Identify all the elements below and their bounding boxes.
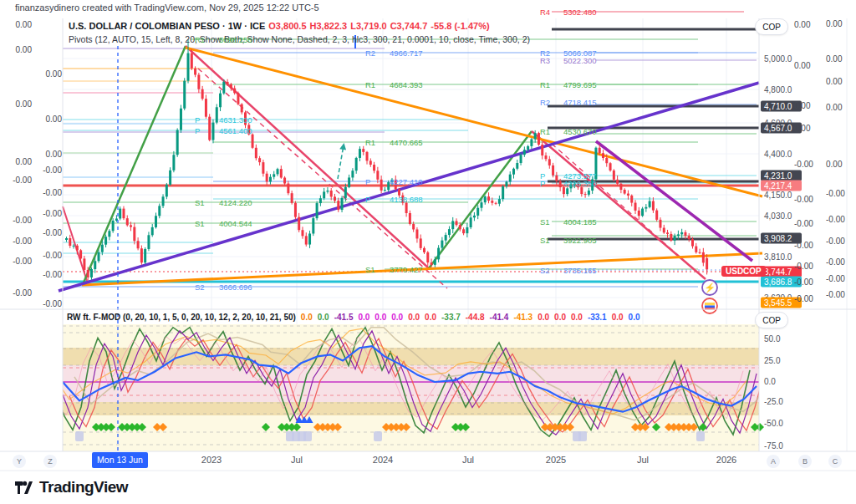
oscillator-tick: -75.0 bbox=[764, 441, 783, 451]
price-scale-currency-button[interactable]: COP bbox=[755, 18, 788, 35]
oscillator-tick: 0.0 bbox=[764, 377, 776, 386]
pivot-label: P bbox=[365, 195, 370, 204]
zero-scale-label: -0.00 bbox=[794, 219, 813, 228]
pivot-value: 3770.427 bbox=[390, 265, 423, 274]
price-tick: 4,800.0 bbox=[764, 85, 792, 94]
oscillator-value: -44.8 bbox=[466, 313, 485, 322]
zero-scale-label: -0.00 bbox=[794, 294, 813, 303]
zero-scale-label: -0.00 bbox=[794, 262, 813, 271]
zero-scale-label: -0.00 bbox=[794, 195, 813, 204]
time-axis-button-z[interactable]: Z bbox=[43, 455, 57, 468]
oscillator-scale-currency-button[interactable]: COP bbox=[755, 312, 788, 328]
pivot-value: 4004.185 bbox=[563, 217, 597, 227]
oscillator-tick: 50.0 bbox=[764, 334, 780, 344]
zero-scale-label: 0.00 bbox=[826, 77, 842, 86]
pivot-label: S1 bbox=[195, 219, 205, 228]
pivot-value: 5098.256 bbox=[219, 35, 252, 44]
time-axis-label: 2023 bbox=[201, 455, 222, 465]
time-axis-label: Jul bbox=[637, 455, 649, 465]
price-tick: 4,030.0 bbox=[764, 211, 792, 221]
pivot-value: 4226.350 bbox=[563, 179, 597, 188]
pivot-label: S1 bbox=[195, 198, 205, 207]
pivot-value: 3666.696 bbox=[219, 283, 252, 292]
chart-canvas[interactable]: ⚡ bbox=[0, 0, 856, 504]
oscillator-value: 0.0 bbox=[612, 313, 624, 322]
pivot-value: 4227.410 bbox=[390, 177, 423, 186]
pivot-label: P bbox=[365, 177, 370, 186]
pivot-label: R1 bbox=[540, 127, 550, 136]
pivot-value: 5302.480 bbox=[563, 8, 597, 17]
pivot-label: R1 bbox=[195, 35, 205, 44]
time-axis-button-y[interactable]: Y bbox=[13, 455, 26, 468]
zero-scale-label: 0.00 bbox=[826, 160, 842, 169]
oscillator-value: 0.0 bbox=[554, 313, 566, 322]
oscillator-legend[interactable]: RW ft. F-MOD (0, 20, 10, 1, 5, 0, 20, 10… bbox=[67, 313, 640, 322]
zero-scale-label: -0.00 bbox=[826, 274, 845, 283]
pivot-label: P bbox=[195, 115, 200, 125]
zero-scale-label: -0.00 bbox=[826, 257, 845, 267]
zero-scale-label: -0.00 bbox=[794, 277, 813, 287]
zero-scale-label: 0.00 bbox=[826, 19, 842, 28]
oscillator-value: 0.0 bbox=[318, 313, 329, 322]
zero-scale-label: -0.00 bbox=[794, 160, 813, 169]
time-axis-label: 2026 bbox=[716, 455, 736, 465]
pivot-label: S1 bbox=[540, 236, 550, 245]
pivot-value: 5022.300 bbox=[563, 56, 597, 65]
time-axis-button-c[interactable]: C bbox=[828, 455, 842, 468]
symbol-price-tag: USDCOP bbox=[721, 266, 766, 277]
time-axis-button-a[interactable]: A bbox=[767, 455, 780, 468]
pivot-label: R1 bbox=[365, 138, 375, 147]
zero-scale-label: -0.00 bbox=[794, 241, 813, 250]
oscillator-title: RW ft. F-MOD (0, 20, 10, 1, 5, 0, 20, 10… bbox=[67, 313, 296, 322]
zero-scale-label: 0.00 bbox=[794, 124, 810, 133]
oscillator-tick: -25.0 bbox=[764, 397, 783, 406]
pivots-indicator-settings[interactable]: Pivots (12, AUTO, 15, Left, 8, 20, Show … bbox=[69, 34, 530, 44]
price-tick: 3,810.0 bbox=[764, 252, 792, 262]
oscillator-value: 0.0 bbox=[358, 313, 369, 322]
symbol-title: U.S. DOLLAR / COLOMBIAN PESO · 1W · ICE bbox=[69, 21, 265, 31]
oscillator-value: 0.0 bbox=[374, 313, 386, 322]
zero-scale-label: -0.00 bbox=[32, 251, 62, 260]
zero-scale-label: -0.00 bbox=[32, 209, 62, 218]
zero-scale-label: -0.00 bbox=[826, 290, 845, 299]
svg-text:⚡: ⚡ bbox=[704, 282, 716, 293]
time-axis-label: 2024 bbox=[373, 455, 393, 465]
pivot-value: 4631.300 bbox=[219, 115, 252, 125]
zero-scale-label: -0.00 bbox=[32, 228, 62, 237]
pivot-value: 4799.695 bbox=[563, 80, 597, 89]
oscillator-value: 0.0 bbox=[629, 313, 640, 322]
zero-scale-label: -0.00 bbox=[826, 215, 845, 224]
time-axis-label: Jul bbox=[291, 455, 303, 465]
pivot-value: 4561.400 bbox=[219, 126, 252, 135]
pivot-label: P bbox=[195, 126, 200, 135]
zero-scale-label: -0.00 bbox=[826, 189, 845, 198]
pivot-label: R1 bbox=[365, 80, 375, 89]
oscillator-value: 0.0 bbox=[391, 313, 403, 322]
time-axis-label: Jul bbox=[462, 455, 474, 465]
oscillator-value: -41.4 bbox=[490, 313, 509, 322]
tradingview-logo[interactable]: TradingView bbox=[13, 477, 128, 497]
pivot-label: S1 bbox=[540, 217, 550, 227]
zero-scale-label: 0.00 bbox=[826, 103, 842, 112]
price-tick: 5,000.0 bbox=[764, 54, 792, 64]
time-axis-label: 2025 bbox=[546, 455, 566, 465]
zero-scale-label: -0.00 bbox=[826, 237, 845, 246]
ohlc-token: L3,719.0 bbox=[350, 21, 386, 31]
time-axis-button-b[interactable]: B bbox=[798, 455, 812, 468]
oscillator-value: 0.0 bbox=[408, 313, 420, 322]
ohlc-token: O3,800.5 bbox=[268, 21, 306, 31]
zero-scale-label: -0.00 bbox=[2, 288, 32, 298]
change-value: -55.8 (-1.47%) bbox=[431, 21, 489, 31]
symbol-legend[interactable]: U.S. DOLLAR / COLOMBIAN PESO · 1W · ICEO… bbox=[69, 21, 490, 31]
zero-scale-label: -0.00 bbox=[32, 165, 62, 175]
pivot-value: 4966.717 bbox=[390, 48, 423, 58]
zero-scale-label: -0.00 bbox=[2, 216, 32, 225]
zero-scale-label: 0.00 bbox=[2, 99, 32, 109]
pivot-value: 3922.905 bbox=[563, 236, 597, 245]
oscillator-value: -41.5 bbox=[334, 313, 354, 322]
pivot-label: R4 bbox=[540, 8, 550, 17]
pivot-label: P bbox=[540, 179, 545, 188]
price-label: 4,217.4 bbox=[761, 181, 802, 191]
tradingview-chart-window: ⚡ finanzasydinero created with TradingVi… bbox=[0, 0, 856, 504]
watermark: finanzasydinero created with TradingView… bbox=[15, 3, 319, 13]
